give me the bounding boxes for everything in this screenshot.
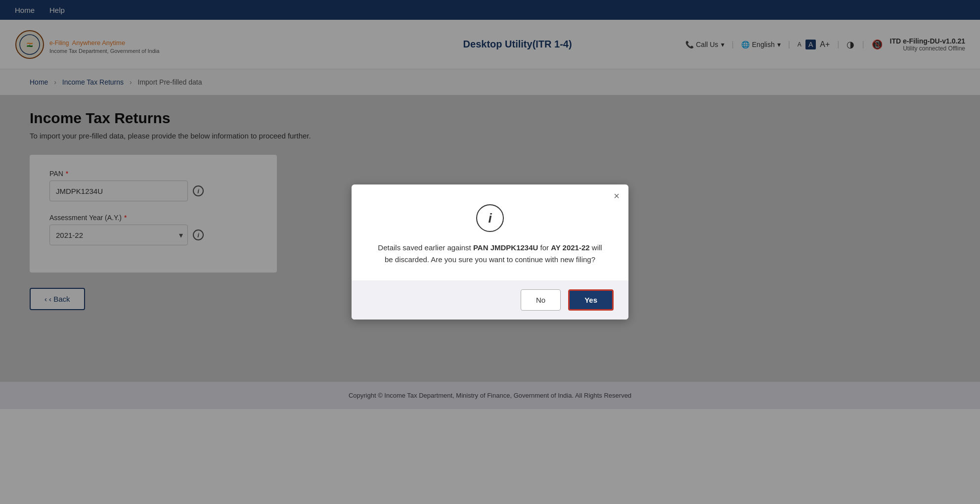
modal-ay-bold: AY 2021-22 [551,243,589,252]
modal-footer: No Yes [352,280,628,320]
modal-pan-bold: PAN JMDPK1234U [473,243,538,252]
confirmation-modal: × i Details saved earlier against PAN JM… [352,184,628,320]
modal-message: Details saved earlier against PAN JMDPK1… [376,242,604,266]
modal-close-button[interactable]: × [614,190,620,202]
modal-yes-button[interactable]: Yes [568,289,614,311]
modal-no-button[interactable]: No [521,289,561,311]
modal-body: i Details saved earlier against PAN JMDP… [352,184,628,280]
modal-info-icon: i [476,204,504,232]
modal-overlay: × i Details saved earlier against PAN JM… [0,0,980,409]
